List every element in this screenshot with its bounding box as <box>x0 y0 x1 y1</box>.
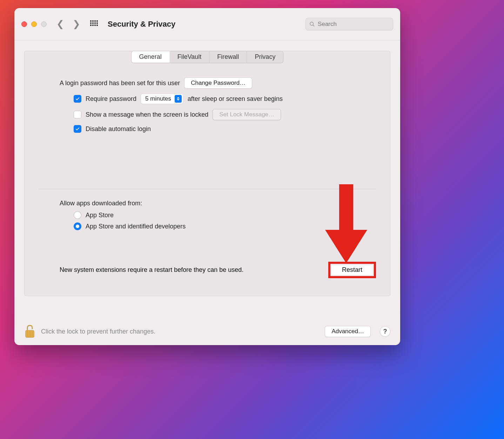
restart-button[interactable]: Restart <box>331 265 373 275</box>
toolbar: ❮ ❯ Security & Privacy <box>14 8 400 40</box>
minimize-button[interactable] <box>31 21 37 27</box>
tab-general[interactable]: General <box>132 51 170 63</box>
window-title: Security & Privacy <box>108 20 175 29</box>
maximize-button[interactable] <box>41 21 47 27</box>
radio-app-store-identified[interactable] <box>74 222 81 230</box>
search-field[interactable] <box>305 18 393 30</box>
search-input[interactable] <box>318 21 389 28</box>
system-preferences-window: ❮ ❯ Security & Privacy General FileVault… <box>14 8 400 345</box>
login-password-label: A login password has been set for this u… <box>60 80 180 87</box>
show-all-icon[interactable] <box>90 20 98 28</box>
stepper-icon <box>175 95 182 103</box>
back-button[interactable]: ❮ <box>56 19 64 29</box>
traffic-lights <box>21 21 47 27</box>
forward-button[interactable]: ❯ <box>73 19 80 29</box>
radio-app-store-identified-label: App Store and identified developers <box>86 223 186 230</box>
general-section: A login password has been set for this u… <box>25 63 390 133</box>
require-password-label-after: after sleep or screen saver begins <box>188 95 283 103</box>
advanced-button[interactable]: Advanced… <box>325 326 371 337</box>
lock-icon[interactable] <box>24 325 35 338</box>
check-icon <box>75 96 80 101</box>
show-message-label: Show a message when the screen is locked <box>86 111 208 118</box>
settings-panel: General FileVault Firewall Privacy A log… <box>24 51 390 296</box>
delay-value: 5 minutes <box>145 95 171 102</box>
tab-bar: General FileVault Firewall Privacy <box>25 51 390 63</box>
tab-firewall[interactable]: Firewall <box>209 51 247 63</box>
svg-line-1 <box>313 25 314 26</box>
restart-message: New system extensions require a restart … <box>60 266 243 274</box>
disable-auto-login-label: Disable automatic login <box>86 125 151 133</box>
tab-privacy[interactable]: Privacy <box>247 51 283 63</box>
tab-filevault[interactable]: FileVault <box>170 51 210 63</box>
svg-point-0 <box>310 22 313 25</box>
require-password-label-before: Require password <box>86 95 136 103</box>
require-password-delay-select[interactable]: 5 minutes <box>141 94 183 104</box>
content-area: General FileVault Firewall Privacy A log… <box>14 40 400 296</box>
nav-arrows: ❮ ❯ <box>56 19 80 29</box>
show-message-checkbox[interactable] <box>74 111 81 118</box>
set-lock-message-button: Set Lock Message… <box>213 109 281 120</box>
search-icon <box>309 21 315 27</box>
arrow-down-icon <box>323 184 369 265</box>
annotation-arrow <box>323 184 369 265</box>
radio-app-store-label: App Store <box>86 212 114 219</box>
require-password-checkbox[interactable] <box>74 95 81 103</box>
footer: Click the lock to prevent further change… <box>14 318 400 345</box>
change-password-button[interactable]: Change Password… <box>184 77 252 89</box>
help-button[interactable]: ? <box>380 326 390 337</box>
check-icon <box>75 126 80 131</box>
lock-hint-text: Click the lock to prevent further change… <box>41 328 319 335</box>
close-button[interactable] <box>21 21 27 27</box>
radio-app-store[interactable] <box>74 211 81 219</box>
disable-auto-login-checkbox[interactable] <box>74 125 81 133</box>
